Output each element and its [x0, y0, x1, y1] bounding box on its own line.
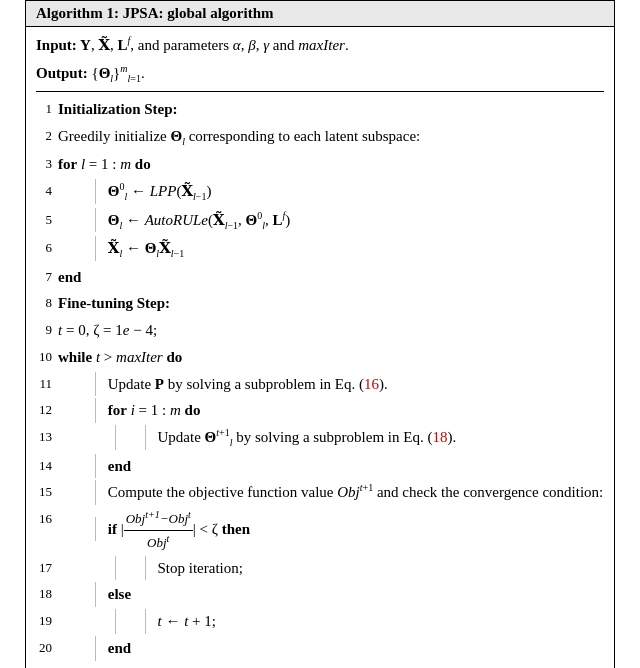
- algo-number: Algorithm 1:: [36, 5, 119, 21]
- algo-line: 14 end: [36, 453, 604, 480]
- line-content: else: [78, 582, 604, 607]
- input-label: Input:: [36, 37, 80, 53]
- line-number: 10: [36, 345, 58, 367]
- algo-line: 4 Θ0l ← LPP(X̃l−1): [36, 178, 604, 207]
- line-number: 2: [36, 124, 58, 146]
- line-number: 20: [36, 636, 58, 658]
- line-content: end: [78, 636, 604, 661]
- algo-line: 2 Greedily initialize Θl corresponding t…: [36, 123, 604, 152]
- algo-line: 1 Initialization Step:: [36, 96, 604, 123]
- algo-line: 18 else: [36, 581, 604, 608]
- line-content: end: [58, 265, 604, 290]
- line-number: 18: [36, 582, 58, 604]
- algorithm-box: Algorithm 1: JPSA: global algorithm Inpu…: [25, 0, 615, 668]
- line-content: Stop iteration;: [98, 556, 604, 581]
- line-number: 4: [36, 179, 58, 201]
- algo-line: 20 end: [36, 635, 604, 662]
- algo-line: 16 if | Objt+1−Objt Objt | < ζ then: [36, 506, 604, 555]
- line-number: 17: [36, 556, 58, 578]
- line-content: for i = 1 : m do: [78, 398, 604, 423]
- algo-title: JPSA: global algorithm: [123, 5, 274, 21]
- line-content: Initialization Step:: [58, 97, 604, 122]
- line-number: 1: [36, 97, 58, 119]
- input-content: Y, X̃, Lf, and parameters α, β, γ and ma…: [80, 37, 349, 53]
- algo-line: 17 Stop iteration;: [36, 555, 604, 582]
- output-label: Output:: [36, 65, 91, 81]
- line-number: 12: [36, 398, 58, 420]
- algo-line: 9 t = 0, ζ = 1e − 4;: [36, 317, 604, 344]
- line-content: if | Objt+1−Objt Objt | < ζ then: [78, 507, 604, 554]
- algo-line: 15 Compute the objective function value …: [36, 479, 604, 506]
- divider: [36, 91, 604, 92]
- line-content: Θl ← AutoRULe(X̃l−1, Θ0l, Lf): [78, 208, 604, 235]
- algo-line: 13 Update Θt+1l by solving a subproblem …: [36, 424, 604, 453]
- line-content: Compute the objective function value Obj…: [78, 480, 604, 505]
- line-content: while t > maxIter do: [58, 345, 604, 370]
- algo-line: 3 for l = 1 : m do: [36, 151, 604, 178]
- line-content: end: [58, 663, 604, 668]
- line-content: t ← t + 1;: [98, 609, 604, 634]
- line-number: 13: [36, 425, 58, 447]
- line-number: 5: [36, 208, 58, 230]
- algo-line: 7 end: [36, 264, 604, 291]
- input-section: Input: Y, X̃, Lf, and parameters α, β, γ…: [36, 33, 604, 57]
- line-number: 3: [36, 152, 58, 174]
- line-number: 8: [36, 291, 58, 313]
- line-content: Greedily initialize Θl corresponding to …: [58, 124, 604, 151]
- algo-line: 8 Fine-tuning Step:: [36, 290, 604, 317]
- algo-body: Input: Y, X̃, Lf, and parameters α, β, γ…: [26, 27, 614, 668]
- line-number: 14: [36, 454, 58, 476]
- algo-header: Algorithm 1: JPSA: global algorithm: [26, 1, 614, 27]
- line-content: t = 0, ζ = 1e − 4;: [58, 318, 604, 343]
- line-content: X̃l ← ΘlX̃l−1: [78, 236, 604, 263]
- algo-line: 19 t ← t + 1;: [36, 608, 604, 635]
- line-number: 11: [36, 372, 58, 394]
- line-number: 6: [36, 236, 58, 258]
- line-content: Θ0l ← LPP(X̃l−1): [78, 179, 604, 206]
- algo-line: 6 X̃l ← ΘlX̃l−1: [36, 235, 604, 264]
- algo-line: 5 Θl ← AutoRULe(X̃l−1, Θ0l, Lf): [36, 207, 604, 236]
- algo-lines: 1 Initialization Step: 2 Greedily initia…: [36, 96, 604, 668]
- line-content: for l = 1 : m do: [58, 152, 604, 177]
- line-content: Update P by solving a subproblem in Eq. …: [78, 372, 604, 397]
- line-number: 15: [36, 480, 58, 502]
- line-number: 9: [36, 318, 58, 340]
- line-content: end: [78, 454, 604, 479]
- output-content: {Θl}ml=1.: [91, 65, 144, 81]
- algo-line: 21 end: [36, 662, 604, 668]
- line-number: 7: [36, 265, 58, 287]
- line-content: Update Θt+1l by solving a subproblem in …: [98, 425, 604, 452]
- line-number: 16: [36, 507, 58, 529]
- algo-line: 10 while t > maxIter do: [36, 344, 604, 371]
- line-content: Fine-tuning Step:: [58, 291, 604, 316]
- algo-line: 12 for i = 1 : m do: [36, 397, 604, 424]
- line-number: 19: [36, 609, 58, 631]
- algo-line: 11 Update P by solving a subproblem in E…: [36, 371, 604, 398]
- output-section: Output: {Θl}ml=1.: [36, 61, 604, 87]
- line-number: 21: [36, 663, 58, 668]
